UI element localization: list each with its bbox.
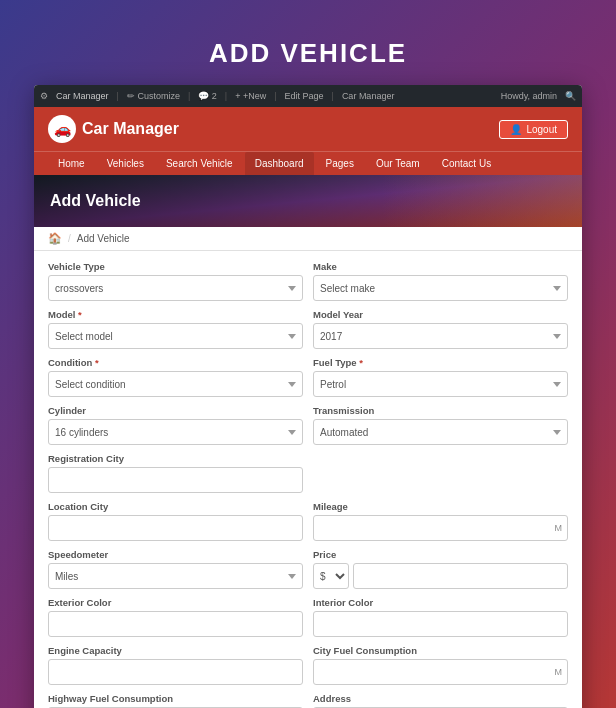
nav-dashboard[interactable]: Dashboard xyxy=(245,152,314,175)
vehicle-type-group: Vehicle Type crossovers xyxy=(48,261,303,301)
make-select[interactable]: Select make xyxy=(313,275,568,301)
site-logo: 🚗 Car Manager xyxy=(48,115,179,143)
nav-home[interactable]: Home xyxy=(48,152,95,175)
breadcrumb-home-icon[interactable]: 🏠 xyxy=(48,232,62,245)
hero-banner: Add Vehicle xyxy=(34,175,582,227)
mileage-label: Mileage xyxy=(313,501,568,512)
model-year-label: Model Year xyxy=(313,309,568,320)
vehicle-type-select[interactable]: crossovers xyxy=(48,275,303,301)
interior-color-input[interactable] xyxy=(313,611,568,637)
wp-admin-bar: ⚙ Car Manager | ✏ Customize | 💬 2 | + +N… xyxy=(34,85,582,107)
admin-bar-sep5: | xyxy=(332,91,334,101)
mileage-input-wrapper: M xyxy=(313,515,568,541)
admin-bar-comments[interactable]: 💬 2 xyxy=(198,91,217,101)
form-row-10: Highway Fuel Consumption M Address xyxy=(48,693,568,708)
engine-capacity-group: Engine Capacity xyxy=(48,645,303,685)
form-row-9: Engine Capacity City Fuel Consumption M xyxy=(48,645,568,685)
nav-our-team[interactable]: Our Team xyxy=(366,152,430,175)
address-label: Address xyxy=(313,693,568,704)
transmission-group: Transmission Automated xyxy=(313,405,568,445)
interior-color-group: Interior Color xyxy=(313,597,568,637)
city-fuel-input[interactable] xyxy=(313,659,568,685)
speedometer-select[interactable]: Miles xyxy=(48,563,303,589)
admin-bar-site[interactable]: Car Manager xyxy=(56,91,109,101)
vehicle-type-label: Vehicle Type xyxy=(48,261,303,272)
form-row-1: Vehicle Type crossovers Make Select make xyxy=(48,261,568,301)
cylinder-select[interactable]: 16 cylinders xyxy=(48,419,303,445)
logout-button[interactable]: 👤 Logout xyxy=(499,120,568,139)
admin-bar-search-icon[interactable]: 🔍 xyxy=(565,91,576,101)
breadcrumb: 🏠 / Add Vehicle xyxy=(34,227,582,251)
price-currency-select[interactable]: $ xyxy=(313,563,349,589)
page-title: ADD VEHICLE xyxy=(0,38,616,69)
form-row-8: Exterior Color Interior Color xyxy=(48,597,568,637)
engine-capacity-label: Engine Capacity xyxy=(48,645,303,656)
form-row-5: Registration City xyxy=(48,453,568,493)
breadcrumb-separator: / xyxy=(68,233,71,244)
admin-bar-sep1: | xyxy=(117,91,119,101)
browser-window: ⚙ Car Manager | ✏ Customize | 💬 2 | + +N… xyxy=(34,85,582,708)
admin-bar-sep2: | xyxy=(188,91,190,101)
add-vehicle-form: Vehicle Type crossovers Make Select make… xyxy=(34,251,582,708)
transmission-label: Transmission xyxy=(313,405,568,416)
city-fuel-group: City Fuel Consumption M xyxy=(313,645,568,685)
logout-icon: 👤 xyxy=(510,124,522,135)
condition-label: Condition * xyxy=(48,357,303,368)
logout-label: Logout xyxy=(526,124,557,135)
mileage-input[interactable] xyxy=(313,515,568,541)
model-year-select[interactable]: 2017 xyxy=(313,323,568,349)
nav-vehicles[interactable]: Vehicles xyxy=(97,152,154,175)
condition-select[interactable]: Select condition xyxy=(48,371,303,397)
make-group: Make Select make xyxy=(313,261,568,301)
wp-icon: ⚙ xyxy=(40,91,48,101)
condition-group: Condition * Select condition xyxy=(48,357,303,397)
logo-icon: 🚗 xyxy=(48,115,76,143)
price-input[interactable] xyxy=(353,563,568,589)
breadcrumb-current: Add Vehicle xyxy=(77,233,130,244)
model-select[interactable]: Select model xyxy=(48,323,303,349)
admin-bar-editpage[interactable]: Edit Page xyxy=(285,91,324,101)
form-row-3: Condition * Select condition Fuel Type *… xyxy=(48,357,568,397)
location-city-label: Location City xyxy=(48,501,303,512)
make-label: Make xyxy=(313,261,568,272)
fuel-type-select[interactable]: Petrol xyxy=(313,371,568,397)
nav-search-vehicle[interactable]: Search Vehicle xyxy=(156,152,243,175)
engine-capacity-input[interactable] xyxy=(48,659,303,685)
model-label: Model * xyxy=(48,309,303,320)
hero-title: Add Vehicle xyxy=(50,192,141,210)
form-row-4: Cylinder 16 cylinders Transmission Autom… xyxy=(48,405,568,445)
admin-bar-howdy: Howdy, admin xyxy=(501,91,557,101)
location-city-input[interactable] xyxy=(48,515,303,541)
city-fuel-input-wrapper: M xyxy=(313,659,568,685)
fuel-type-group: Fuel Type * Petrol xyxy=(313,357,568,397)
admin-bar-sep3: | xyxy=(225,91,227,101)
logo-car-icon: 🚗 xyxy=(54,121,71,137)
exterior-color-label: Exterior Color xyxy=(48,597,303,608)
speedometer-group: Speedometer Miles xyxy=(48,549,303,589)
site-header: 🚗 Car Manager 👤 Logout xyxy=(34,107,582,151)
form-row-6: Location City Mileage M xyxy=(48,501,568,541)
exterior-color-group: Exterior Color xyxy=(48,597,303,637)
page-title-section: ADD VEHICLE xyxy=(0,20,616,85)
registration-city-input[interactable] xyxy=(48,467,303,493)
site-navigation: Home Vehicles Search Vehicle Dashboard P… xyxy=(34,151,582,175)
model-group: Model * Select model xyxy=(48,309,303,349)
nav-contact-us[interactable]: Contact Us xyxy=(432,152,501,175)
site-name: Car Manager xyxy=(82,120,179,138)
exterior-color-input[interactable] xyxy=(48,611,303,637)
highway-fuel-group: Highway Fuel Consumption M xyxy=(48,693,303,708)
model-year-group: Model Year 2017 xyxy=(313,309,568,349)
registration-city-group: Registration City xyxy=(48,453,303,493)
admin-bar-new[interactable]: + +New xyxy=(235,91,266,101)
speedometer-label: Speedometer xyxy=(48,549,303,560)
transmission-select[interactable]: Automated xyxy=(313,419,568,445)
admin-bar-customize[interactable]: ✏ Customize xyxy=(127,91,180,101)
registration-city-label: Registration City xyxy=(48,453,303,464)
nav-pages[interactable]: Pages xyxy=(316,152,364,175)
admin-bar-carmanager[interactable]: Car Manager xyxy=(342,91,395,101)
price-label: Price xyxy=(313,549,568,560)
address-group: Address xyxy=(313,693,568,708)
fuel-type-label: Fuel Type * xyxy=(313,357,568,368)
cylinder-group: Cylinder 16 cylinders xyxy=(48,405,303,445)
price-input-wrapper: $ xyxy=(313,563,568,589)
